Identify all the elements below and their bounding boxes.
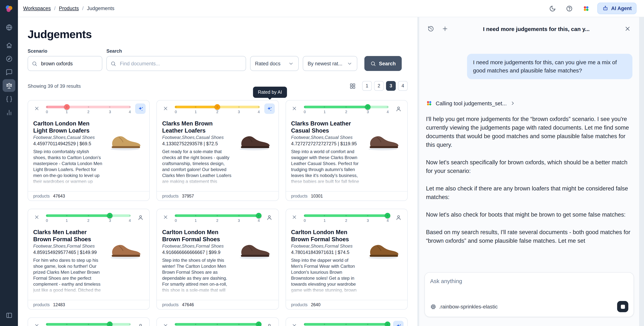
- help-icon: [566, 5, 573, 12]
- breadcrumb-separator: /: [82, 6, 84, 11]
- sidebar-item-judgements[interactable]: [2, 79, 15, 92]
- sort-value: By newest rat...: [308, 61, 342, 66]
- rated-by-human-icon[interactable]: [264, 321, 274, 326]
- sidebar-item-metrics[interactable]: [2, 106, 15, 119]
- page-title: Judgements: [28, 28, 408, 41]
- sidebar-nav: [2, 21, 15, 119]
- chat-bubble-icon: [6, 68, 12, 76]
- close-icon: [163, 323, 168, 326]
- tool-icon: [426, 100, 432, 106]
- rating-slider[interactable]: 01234: [174, 213, 260, 225]
- remove-judgement-button[interactable]: [161, 212, 170, 222]
- assistant-paragraph: Now let's also check for boots that migh…: [426, 210, 632, 219]
- rated-by-ai-icon[interactable]: [393, 321, 404, 326]
- chevron-down-icon: [288, 61, 294, 66]
- rating-slider[interactable]: 01234: [303, 322, 390, 326]
- stop-button[interactable]: [617, 301, 628, 312]
- close-icon: [163, 106, 168, 111]
- chat-input[interactable]: Ask anything: [430, 278, 628, 284]
- scenario-input[interactable]: [40, 60, 98, 67]
- rated-by-ai-icon[interactable]: [135, 104, 146, 114]
- page-button-3[interactable]: 3: [386, 81, 396, 91]
- model-selector[interactable]: .rainbow-sprinkles-elastic: [430, 304, 498, 310]
- sidebar-item-messages[interactable]: [2, 66, 15, 78]
- rated-by-human-icon[interactable]: [393, 212, 404, 222]
- rating-slider[interactable]: 01234: [45, 213, 132, 225]
- page-button-1[interactable]: 1: [362, 81, 372, 91]
- product-card: 01234 Carlton: [156, 209, 279, 310]
- page-button-4[interactable]: 4: [398, 81, 408, 91]
- product-description: Step into a world of comfort and swagger…: [291, 148, 361, 186]
- stop-icon: [621, 304, 625, 309]
- sidebar-item-globe[interactable]: [2, 21, 15, 34]
- page-button-2[interactable]: 2: [374, 81, 384, 91]
- document-search-input[interactable]: [119, 60, 242, 67]
- rating-slider[interactable]: 01234: [45, 104, 132, 116]
- remove-judgement-button[interactable]: [161, 321, 170, 326]
- card-body: Carlton London Men Brown Formal Shoes Fo…: [286, 225, 407, 300]
- rated-by-human-icon[interactable]: [393, 104, 404, 114]
- chat-history-button[interactable]: [425, 23, 436, 34]
- assistant-paragraph: Let me also check if there are any brown…: [426, 184, 632, 201]
- sparkles-icon: [138, 106, 144, 112]
- collection-label: products: [33, 194, 50, 198]
- breadcrumb-products[interactable]: Products: [59, 6, 79, 11]
- sort-select[interactable]: By newest rat...: [303, 56, 357, 71]
- ai-agent-label: AI Agent: [611, 6, 632, 11]
- product-description: For him who dares to step up his shoe ga…: [33, 257, 103, 295]
- breadcrumb-workspaces[interactable]: Workspaces: [23, 6, 51, 11]
- apps-button[interactable]: [580, 3, 592, 14]
- rated-by-human-icon[interactable]: [135, 321, 146, 326]
- collection-label: products: [291, 302, 308, 307]
- remove-judgement-button[interactable]: [32, 321, 42, 326]
- close-icon: [34, 106, 40, 111]
- sidebar-item-compass[interactable]: [2, 52, 15, 65]
- rating-slider[interactable]: 01234: [303, 213, 390, 225]
- close-icon: [292, 106, 297, 111]
- search-button[interactable]: Search: [364, 56, 402, 71]
- chat-close-button[interactable]: [622, 23, 633, 34]
- rated-filter-select[interactable]: Rated docs: [250, 56, 299, 71]
- chat-header: I need more judgements for this, can y..…: [419, 17, 639, 37]
- tool-call-label: Calling tool judgements_set...: [436, 100, 506, 106]
- rating-slider[interactable]: 01234: [303, 104, 390, 116]
- remove-judgement-button[interactable]: [290, 212, 299, 222]
- remove-judgement-button[interactable]: [290, 321, 299, 326]
- card-header: 01234: [157, 100, 278, 116]
- remove-judgement-button[interactable]: [32, 104, 42, 113]
- person-icon: [266, 214, 272, 220]
- rating-slider[interactable]: 01234: [45, 322, 132, 326]
- sidebar-item-code[interactable]: [2, 92, 15, 105]
- filters-row: Scenario Search Rated docs By newest rat…: [28, 48, 408, 71]
- collection-label: products: [33, 302, 50, 307]
- help-button[interactable]: [564, 3, 575, 14]
- ai-agent-button[interactable]: AI Agent: [597, 2, 636, 14]
- rating-slider[interactable]: 01234: [174, 104, 260, 116]
- search-button-label: Search: [379, 61, 396, 66]
- rated-by-ai-tooltip: Rated by AI: [253, 87, 287, 98]
- rated-by-ai-icon[interactable]: [264, 104, 274, 114]
- sparkles-icon: [266, 106, 272, 112]
- close-icon: [292, 214, 297, 220]
- remove-judgement-button[interactable]: [290, 104, 299, 113]
- dark-mode-toggle[interactable]: [547, 3, 558, 14]
- remove-judgement-button[interactable]: [161, 104, 170, 113]
- card-body: Carlton London Men Light Brown Loafers F…: [28, 116, 150, 191]
- rated-by-human-icon[interactable]: [264, 212, 274, 222]
- sidebar-collapse-button[interactable]: [2, 309, 15, 322]
- sidebar-item-home[interactable]: [2, 39, 15, 52]
- assistant-paragraph: I'll help you get more judgements for th…: [426, 115, 632, 149]
- rated-by-human-icon[interactable]: [135, 212, 146, 222]
- chat-composer[interactable]: Ask anything .rainbow-sprinkles-elastic: [424, 272, 634, 317]
- card-body: Clarks Brown Leather Casual Shoes Footwe…: [286, 116, 407, 191]
- app-logo[interactable]: [4, 4, 14, 14]
- rating-slider[interactable]: 01234: [174, 322, 260, 326]
- grid-view-button[interactable]: [347, 81, 358, 91]
- tool-call-row[interactable]: Calling tool judgements_set...: [426, 100, 632, 106]
- new-chat-button[interactable]: [440, 23, 450, 34]
- remove-judgement-button[interactable]: [32, 212, 42, 222]
- cards-grid: 01234 Carlton: [28, 100, 408, 326]
- compass-icon: [6, 55, 12, 62]
- card-header: 01234: [286, 318, 407, 326]
- product-id: 37957: [182, 194, 194, 198]
